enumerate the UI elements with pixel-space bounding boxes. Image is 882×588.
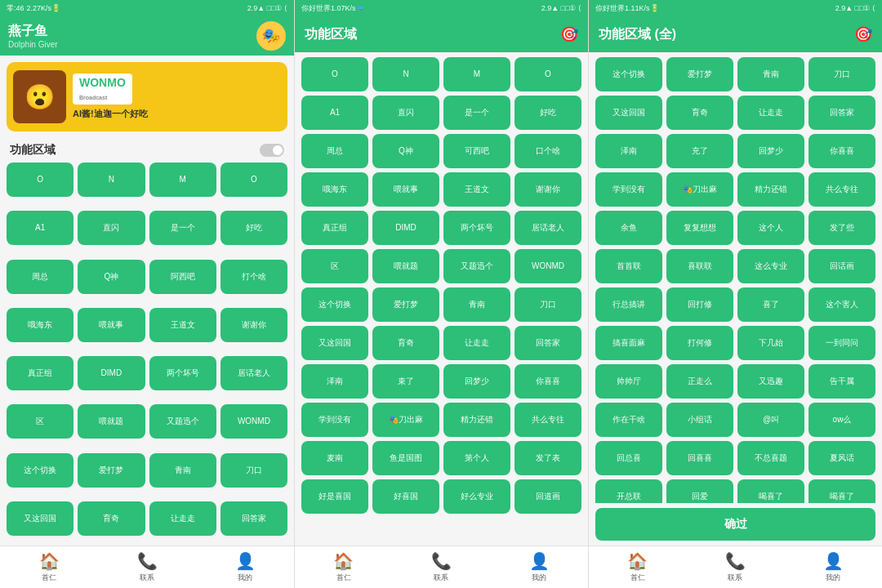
grid-button-24[interactable]: 行总搞讲 [595,287,662,322]
grid-button-3[interactable]: O [220,163,287,197]
grid-button-16[interactable]: 真正组 [301,211,368,245]
grid-button-27[interactable]: 这个害人 [808,287,875,322]
nav-home-2[interactable]: 🏠 首仁 [333,551,354,583]
grid-button-10[interactable]: 回梦少 [737,134,804,168]
grid-button-3[interactable]: 刀口 [808,57,875,91]
grid-button-47[interactable]: 喝喜了 [808,479,875,503]
grid-button-6[interactable]: 是一个 [149,211,216,245]
grid-button-1[interactable]: N [372,57,439,91]
grid-button-3[interactable]: O [514,57,581,91]
grid-button-13[interactable]: 喂就事 [372,172,439,207]
grid-button-26[interactable]: 喜了 [737,287,804,322]
grid-button-20[interactable]: 区 [301,249,368,283]
grid-button-2[interactable]: M [149,163,216,197]
grid-button-22[interactable]: 这么专业 [737,249,804,283]
grid-button-32[interactable]: 帅帅厅 [595,364,662,399]
grid-button-33[interactable]: 束了 [372,364,439,399]
grid-button-40[interactable]: 麦南 [301,441,368,475]
grid-button-24[interactable]: 这个切换 [7,453,74,488]
grid-button-27[interactable]: 刀口 [514,287,581,322]
grid-button-35[interactable]: 你喜喜 [514,364,581,399]
grid-button-45[interactable]: 回爱 [666,479,733,503]
grid-button-41[interactable]: 鱼是国图 [372,441,439,475]
grid-button-30[interactable]: 让走走 [149,501,216,536]
grid-button-44[interactable]: 开总联 [595,479,662,503]
grid-button-39[interactable]: ow么 [808,403,875,437]
grid-button-23[interactable]: WONMD [220,404,287,439]
grid-button-39[interactable]: 共么专往 [514,403,581,437]
grid-button-28[interactable]: 又这回国 [7,501,74,536]
grid-button-18[interactable]: 两个坏号 [443,211,510,245]
grid-button-25[interactable]: 回打修 [666,287,733,322]
grid-button-41[interactable]: 回喜喜 [666,441,733,475]
submit-button[interactable]: 确过 [595,508,875,541]
grid-button-32[interactable]: 泽南 [301,364,368,399]
grid-button-0[interactable]: O [7,163,74,197]
grid-button-4[interactable]: A1 [7,211,74,245]
grid-button-16[interactable]: 真正组 [7,356,74,390]
grid-button-30[interactable]: 下几始 [737,326,804,360]
grid-button-42[interactable]: 第个人 [443,441,510,475]
grid-button-25[interactable]: 爱打梦 [78,453,145,488]
grid-button-37[interactable]: 小组话 [666,403,733,437]
grid-button-21[interactable]: 喂就题 [78,404,145,439]
grid-button-34[interactable]: 回梦少 [443,364,510,399]
grid-button-46[interactable]: 好么专业 [443,479,510,514]
grid-button-0[interactable]: O [301,57,368,91]
grid-button-14[interactable]: 王道文 [443,172,510,207]
grid-button-5[interactable]: 直闪 [372,96,439,130]
grid-button-1[interactable]: 爱打梦 [666,57,733,91]
grid-button-43[interactable]: 发了表 [514,441,581,475]
grid-button-25[interactable]: 爱打梦 [372,287,439,322]
nav-home-3[interactable]: 🏠 首仁 [627,551,648,583]
grid-button-4[interactable]: 又这回国 [595,96,662,130]
grid-button-37[interactable]: 🎭刀出麻 [372,403,439,437]
grid-button-27[interactable]: 刀口 [220,453,287,488]
grid-button-22[interactable]: 又题迅个 [149,404,216,439]
grid-button-0[interactable]: 这个切换 [595,57,662,91]
grid-button-36[interactable]: 学到没有 [301,403,368,437]
grid-button-28[interactable]: 又这回国 [301,326,368,360]
grid-button-8[interactable]: 周总 [7,260,74,294]
grid-button-7[interactable]: 好吃 [220,211,287,245]
grid-button-43[interactable]: 夏风话 [808,441,875,475]
grid-button-15[interactable]: 谢谢你 [220,308,287,342]
grid-button-12[interactable]: 学到没有 [595,172,662,207]
grid-button-22[interactable]: 又题迅个 [443,249,510,283]
nav-user-3[interactable]: 👤 我的 [823,551,844,583]
nav-phone-2[interactable]: 📞 联系 [431,551,452,583]
grid-button-19[interactable]: 居话老人 [514,211,581,245]
grid-button-2[interactable]: M [443,57,510,91]
grid-button-12[interactable]: 哦海东 [7,308,74,342]
grid-button-14[interactable]: 王道文 [149,308,216,342]
grid-button-38[interactable]: 精力还错 [443,403,510,437]
grid-button-36[interactable]: 作在干啥 [595,403,662,437]
nav-home-1[interactable]: 🏠 首仁 [39,551,60,583]
grid-button-19[interactable]: 居话老人 [220,356,287,390]
grid-button-9[interactable]: Q神 [372,134,439,168]
grid-button-31[interactable]: 一到同问 [808,326,875,360]
grid-button-31[interactable]: 回答家 [220,501,287,536]
nav-user-2[interactable]: 👤 我的 [529,551,550,583]
grid-button-46[interactable]: 喝喜了 [737,479,804,503]
grid-button-44[interactable]: 好是喜国 [301,479,368,514]
grid-button-1[interactable]: N [78,163,145,197]
grid-button-13[interactable]: 喂就事 [78,308,145,342]
grid-button-28[interactable]: 搞喜面麻 [595,326,662,360]
nav-phone-1[interactable]: 📞 联系 [137,551,158,583]
grid-button-10[interactable]: 可西吧 [443,134,510,168]
grid-button-31[interactable]: 回答家 [514,326,581,360]
grid-button-2[interactable]: 青南 [737,57,804,91]
grid-button-9[interactable]: 充了 [666,134,733,168]
grid-button-21[interactable]: 喜联联 [666,249,733,283]
grid-button-20[interactable]: 区 [7,404,74,439]
grid-button-34[interactable]: 又迅趣 [737,364,804,399]
grid-button-23[interactable]: 回话画 [808,249,875,283]
toggle-switch[interactable] [260,144,284,157]
grid-button-45[interactable]: 好喜国 [372,479,439,514]
grid-button-12[interactable]: 哦海东 [301,172,368,207]
grid-button-15[interactable]: 共么专往 [808,172,875,207]
grid-button-33[interactable]: 正走么 [666,364,733,399]
grid-button-13[interactable]: 🎭刀出麻 [666,172,733,207]
grid-button-7[interactable]: 好吃 [514,96,581,130]
